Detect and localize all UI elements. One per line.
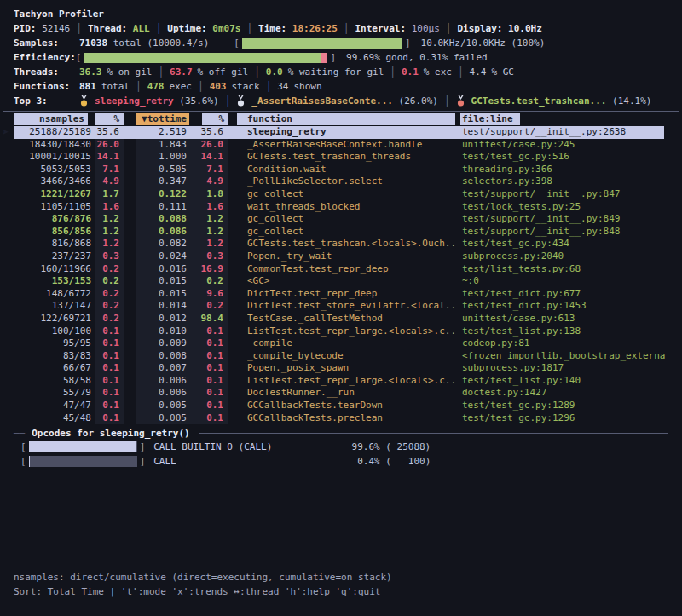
table-row[interactable]: 3466/34664.90.3474.9_PollLikeSelector.se…	[0, 176, 682, 188]
table-row[interactable]: 148/67720.20.0159.6DictTest.test_repr_de…	[0, 288, 682, 301]
app-title-line: Tachyon Profiler	[0, 7, 682, 21]
efficiency-line: Efficiency:[] 99.69% good, 0.31% failed	[0, 50, 682, 65]
table-row[interactable]: ➤25188/2518935.62.51935.6sleeping_retryt…	[0, 126, 682, 139]
stat-value: 34	[277, 81, 288, 92]
header-tottime-sorted[interactable]: ▼tottime	[136, 113, 189, 125]
cell-pct-direct: 0.1	[95, 337, 124, 350]
samples-total-suffix: total (10000.4/s)	[113, 36, 210, 50]
table-row[interactable]: 55/790.10.0060.1DocTestRunner.__rundocte…	[0, 387, 682, 400]
cell-pct-cumulative: 0.1	[189, 362, 228, 375]
column-gap	[228, 113, 237, 125]
table-row[interactable]: 856/8561.20.0861.2gc_collecttest/support…	[0, 226, 682, 239]
table-row[interactable]: 100/1000.10.0100.1ListTest.test_repr_lar…	[0, 325, 682, 338]
cell-file-line: selectors.py:398	[462, 176, 682, 188]
table-row[interactable]: 66/670.10.0070.1Popen._posix_spawnsubpro…	[0, 362, 682, 375]
table-row[interactable]: 122/697210.20.01298.4TestCase._callTestM…	[0, 313, 682, 325]
cell-nsamples: 58/58	[0, 375, 91, 388]
separator: │	[254, 65, 260, 79]
table-row[interactable]: 47/470.10.0050.1GCCallbackTests.tearDown…	[0, 400, 682, 412]
cell-nsamples: 153/153	[0, 275, 91, 288]
stat-suffix: % on gil	[107, 66, 153, 78]
cell-pct-direct: 4.9	[95, 176, 124, 188]
table-row[interactable]: 95/950.10.0090.1_compilecodeop.py:81	[0, 337, 682, 350]
table-row[interactable]: 58/580.10.0060.1ListTest.test_repr_large…	[0, 375, 682, 388]
table-row[interactable]: 153/1530.20.0150.2<GC>~:0	[0, 275, 682, 288]
top-function-item: _AssertRaisesBaseConte... (26.0%)	[236, 94, 438, 108]
stat-item: 403stack	[210, 79, 260, 94]
cell-function-name: wait_threads_blocked	[247, 201, 455, 214]
opcode-pct: 99.6% ( 25088)	[324, 441, 431, 452]
table-row[interactable]: 83/830.10.0080.1_compile_bytecode<frozen…	[0, 350, 682, 363]
cell-pct-cumulative: 16.9	[189, 263, 228, 276]
cell-nsamples: 55/79	[0, 387, 91, 400]
gold-medal-icon	[79, 95, 89, 107]
interval-label: Interval:	[355, 21, 406, 36]
time-value: 18:26:25	[292, 21, 338, 36]
header-nsamples[interactable]: nsamples	[14, 113, 88, 125]
header-pct-cumulative[interactable]: %	[202, 113, 228, 125]
cell-tottime: 1.000	[136, 151, 189, 164]
bracket-close: ]	[140, 456, 146, 467]
stat-suffix: shown	[294, 81, 322, 92]
top-function-item: sleeping_retry (35.6%)	[79, 94, 219, 108]
cell-pct-direct: 0.1	[95, 325, 124, 338]
cell-nsamples: 18430/18430	[0, 139, 91, 152]
cell-pct-cumulative: 0.1	[189, 412, 228, 425]
cell-nsamples: 47/47	[0, 400, 91, 412]
cell-file-line: subprocess.py:1817	[462, 362, 682, 375]
cell-pct-direct: 0.2	[95, 263, 124, 276]
cell-pct-direct: 0.2	[95, 313, 124, 325]
efficiency-good-segment	[84, 53, 321, 63]
table-row[interactable]: 237/2370.30.0240.3Popen._try_waitsubproc…	[0, 250, 682, 263]
cell-function-name: _compile	[247, 337, 455, 350]
stat-value: 403	[210, 81, 227, 92]
cell-nsamples: 10001/10015	[0, 151, 91, 164]
table-row[interactable]: 160/119660.20.01616.9CommonTest.test_rep…	[0, 263, 682, 276]
header-file-line[interactable]: file:line	[460, 113, 520, 125]
efficiency-bar	[84, 53, 327, 63]
cell-tottime: 0.088	[136, 213, 189, 226]
cell-pct-cumulative: 9.6	[189, 288, 228, 301]
cell-function-name: gc_collect	[247, 213, 455, 226]
opcode-name: CALL	[153, 456, 324, 467]
stat-item: 0.0% waiting for gil	[266, 65, 384, 79]
stat-item: 478exec	[147, 79, 192, 94]
thread-value[interactable]: ALL	[133, 21, 150, 36]
stat-item: 881total	[79, 79, 130, 94]
opcode-share-bar	[29, 456, 137, 467]
table-row[interactable]: 45/480.10.0050.1GCCallbackTests.preclean…	[0, 412, 682, 425]
samples-label: Samples:	[14, 36, 79, 50]
table-row[interactable]: 876/8761.20.0881.2gc_collecttest/support…	[0, 213, 682, 226]
cell-tottime: 0.007	[136, 362, 189, 375]
app-title: Tachyon Profiler	[14, 7, 104, 21]
cell-pct-cumulative: 1.2	[189, 213, 228, 226]
cell-file-line: <frozen importlib._bootstrap_externa	[462, 350, 682, 363]
stat-suffix: stack	[232, 81, 260, 92]
cell-file-line: test/support/__init__.py:847	[462, 188, 682, 201]
cell-nsamples: 1221/1267	[0, 188, 91, 201]
table-row[interactable]: 10001/1001514.11.00014.1GCTests.test_tra…	[0, 151, 682, 164]
cell-nsamples: 25188/25189	[0, 126, 91, 139]
cell-file-line: test/support/__init__.py:2638	[462, 126, 682, 139]
table-row[interactable]: 1105/11051.60.1111.6wait_threads_blocked…	[0, 201, 682, 214]
stat-item: 36.3% on gil	[79, 65, 152, 79]
stat-value: 0.0	[266, 66, 283, 78]
header-function[interactable]: function	[237, 113, 455, 125]
header-pct-direct[interactable]: %	[95, 113, 124, 125]
table-row[interactable]: 816/8681.20.0821.2GCTests.test_trashcan.…	[0, 238, 682, 250]
efficiency-label: Efficiency:	[14, 50, 76, 65]
samples-rate: 10.0KHz/10.0KHz (100%)	[421, 36, 546, 50]
pid-label: PID:	[14, 21, 37, 36]
column-gap	[189, 113, 202, 125]
cell-pct-direct: 0.1	[95, 387, 124, 400]
table-row[interactable]: 137/1470.20.0140.2DictTest.test_store_ev…	[0, 300, 682, 313]
stat-suffix: % waiting for gil	[288, 66, 384, 78]
table-row[interactable]: 1221/12671.70.1221.8gc_collecttest/suppo…	[0, 188, 682, 201]
cell-pct-cumulative: 1.8	[189, 188, 228, 201]
opcodes-list: []CALL_BUILTIN_O (CALL)99.6% ( 25088)[]C…	[0, 440, 682, 469]
cell-pct-direct: 14.1	[95, 151, 124, 164]
cell-tottime: 2.519	[136, 126, 189, 139]
cell-tottime: 0.010	[136, 325, 189, 338]
table-row[interactable]: 5053/50537.10.5057.1Condition.waitthread…	[0, 164, 682, 176]
table-row[interactable]: 18430/1843026.01.84326.0_AssertRaisesBas…	[0, 139, 682, 152]
